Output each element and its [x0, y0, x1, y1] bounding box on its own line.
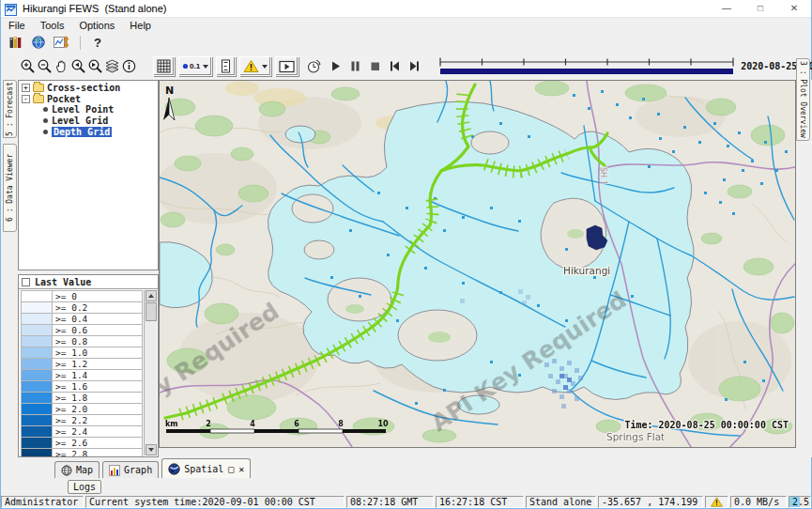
previous-frame-button[interactable]: [389, 59, 401, 74]
legend-swatch: [21, 314, 53, 325]
folder-icon: [33, 95, 44, 103]
legend-row[interactable]: >= 1.8: [21, 393, 143, 404]
legend-row[interactable]: >= 2.8: [21, 449, 143, 457]
legend-scrollbar[interactable]: [144, 290, 157, 455]
tab-graph-label: Graph: [124, 465, 152, 475]
tab-logs[interactable]: Logs: [68, 480, 101, 494]
toolbar-separator: [80, 36, 81, 50]
status-coordinates: -35.657 , 174.199: [598, 496, 703, 508]
legend-row[interactable]: >= 1.6: [21, 381, 143, 393]
legend-row[interactable]: >= 0.6: [21, 325, 143, 336]
play-button[interactable]: [329, 59, 342, 74]
database-icon[interactable]: [6, 34, 26, 51]
tree-item-cross-section[interactable]: + Cross-section: [19, 83, 158, 94]
spatial-globe-icon: [168, 463, 180, 475]
legend-row[interactable]: >= 0.4: [21, 314, 143, 325]
legend-swatch: [21, 381, 53, 393]
zoom-in-icon[interactable]: [20, 58, 36, 75]
legend-swatch: [21, 302, 53, 314]
svg-text:4: 4: [250, 420, 255, 428]
legend-row[interactable]: >= 2.0: [21, 404, 143, 415]
pause-button[interactable]: [349, 59, 361, 74]
tab-plot-overview[interactable]: 3 : Plot Overview: [796, 58, 810, 141]
legend-swatch: [21, 336, 53, 347]
town-label: Hikurangi: [563, 265, 610, 276]
scroll-up-icon[interactable]: [146, 290, 157, 301]
menu-options[interactable]: Options: [71, 20, 122, 31]
grid-display-button[interactable]: [153, 56, 175, 76]
tree-item-label: Cross-section: [47, 83, 120, 93]
menu-bar: File Tools Options Help: [1, 17, 811, 32]
menu-file[interactable]: File: [1, 20, 33, 31]
legend-row[interactable]: >= 1.0: [21, 347, 143, 359]
warning-threshold-dropdown[interactable]: [239, 56, 271, 76]
legend-swatch: [21, 393, 53, 404]
logs-row: Logs: [1, 478, 811, 496]
status-system-time: Current system time:2020-09-01 00:00 CST: [85, 496, 345, 508]
pan-hand-icon[interactable]: [54, 58, 69, 75]
scale-gauge-button[interactable]: [216, 56, 236, 76]
help-icon[interactable]: ?: [87, 34, 108, 51]
zoom-out-icon[interactable]: [37, 58, 53, 75]
tab-maximize-icon[interactable]: □: [228, 464, 234, 474]
timeline-slider[interactable]: [437, 56, 736, 77]
legend-rows: >= 0 >= 0.2 >= 0.4 >= 0.6 >= 0.8 >= 1.0 …: [21, 290, 143, 455]
next-frame-button[interactable]: [408, 59, 421, 74]
tab-graph[interactable]: Graph: [102, 461, 159, 478]
legend-row[interactable]: >= 1.4: [21, 370, 143, 381]
last-value-checkbox[interactable]: [22, 278, 30, 286]
expander-icon[interactable]: -: [22, 95, 30, 103]
legend-swatch: [21, 438, 53, 449]
scroll-down-icon[interactable]: [146, 444, 157, 455]
chevron-down-icon: [203, 65, 208, 69]
legend-row[interactable]: >= 0: [21, 290, 143, 302]
status-memory-gauge: 2.5 GB: [789, 496, 811, 508]
map-time-label: Time: 2020-08-25 00:00:00 CST: [624, 420, 789, 430]
status-warning-icon[interactable]: [705, 496, 728, 508]
minimize-button[interactable]: —: [710, 0, 743, 17]
menu-tools[interactable]: Tools: [33, 20, 72, 31]
menu-help[interactable]: Help: [122, 20, 159, 31]
expander-icon[interactable]: +: [22, 84, 30, 92]
map-view[interactable]: API Key Required API Key Required Hikura…: [159, 80, 796, 448]
tree-item-label: Level Grid: [52, 116, 108, 126]
status-network-speed: 0.0 MB/s: [730, 496, 787, 508]
close-button[interactable]: ✕: [777, 0, 811, 17]
tree-item-label-selected: Depth Grid: [52, 127, 112, 137]
bullet-icon: [43, 118, 48, 123]
folder-icon: [33, 84, 44, 92]
layers-icon[interactable]: [104, 58, 120, 75]
status-gmt-time: 08:27:18 GMT: [346, 496, 434, 508]
legend-row[interactable]: >= 0.8: [21, 336, 143, 347]
left-tab-strip: 5 : Forecast 6 : Data Viewer: [1, 80, 18, 457]
tree-item-level-grid[interactable]: Level Grid: [19, 116, 158, 127]
status-local-time: 16:27:18 CST: [436, 496, 524, 508]
info-icon[interactable]: [121, 58, 137, 75]
tab-spatial[interactable]: Spatial □ ✕: [161, 458, 251, 478]
legend-row[interactable]: >= 2.6: [21, 438, 143, 449]
tab-forecast[interactable]: 5 : Forecast: [3, 80, 17, 138]
tree-item-level-point[interactable]: Level Point: [19, 104, 158, 116]
tree-item-pocket[interactable]: - Pocket: [19, 94, 158, 105]
map-display-icon[interactable]: [28, 34, 49, 51]
zoom-previous-icon[interactable]: [70, 58, 86, 75]
animation-timer-icon[interactable]: [306, 58, 322, 75]
animation-player-button[interactable]: [275, 56, 299, 76]
contour-threshold-dropdown[interactable]: 0.1: [178, 56, 212, 76]
tree-item-depth-grid[interactable]: Depth Grid: [19, 126, 158, 137]
status-user: Administrator: [1, 496, 84, 508]
maximize-button[interactable]: □: [743, 0, 777, 17]
legend-row[interactable]: >= 2.4: [21, 426, 143, 438]
status-mode: Stand alone: [526, 496, 596, 508]
timeseries-icon[interactable]: [51, 34, 71, 51]
legend-row[interactable]: >= 2.2: [21, 415, 143, 426]
tab-data-viewer[interactable]: 6 : Data Viewer: [3, 144, 17, 232]
tab-close-icon[interactable]: ✕: [238, 464, 244, 474]
scrollbar-thumb[interactable]: [146, 302, 157, 321]
legend-row[interactable]: >= 1.2: [21, 359, 143, 370]
tab-map[interactable]: Map: [54, 461, 100, 478]
stop-button[interactable]: [369, 59, 381, 74]
zoom-next-icon[interactable]: [87, 58, 103, 75]
legend-row[interactable]: >= 0.2: [21, 302, 143, 314]
legend-header-label: Last Value: [35, 277, 91, 287]
